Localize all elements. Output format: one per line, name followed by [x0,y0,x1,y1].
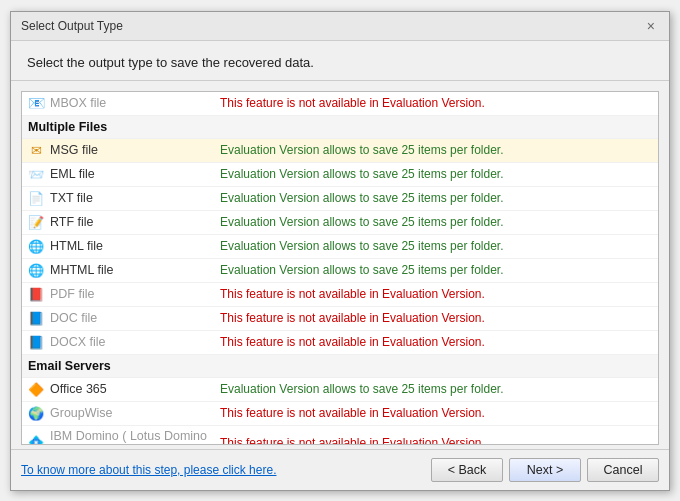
file-type-status: Evaluation Version allows to save 25 ite… [216,260,658,280]
list-item[interactable]: 🌐HTML fileEvaluation Version allows to s… [22,235,658,259]
header-text: Select the output type to save the recov… [27,55,653,70]
title-bar: Select Output Type × [11,12,669,41]
content-area: 📧MBOX fileThis feature is not available … [21,91,659,445]
rows-container: 📧MBOX fileThis feature is not available … [22,92,658,444]
scroll-container[interactable]: 📧MBOX fileThis feature is not available … [22,92,658,444]
dialog-footer: To know more about this step, please cli… [11,449,669,490]
file-type-status: Evaluation Version allows to save 25 ite… [216,236,658,256]
help-link[interactable]: To know more about this step, please cli… [21,463,276,477]
file-type-icon: 🌐 [22,239,46,254]
section-header: Multiple Files [22,116,658,139]
file-type-name: DOCX file [46,332,216,352]
file-type-name: Office 365 [46,379,216,399]
section-header: Email Servers [22,355,658,378]
list-item[interactable]: 🌐MHTML fileEvaluation Version allows to … [22,259,658,283]
file-type-icon: 🌐 [22,263,46,278]
file-type-icon: 📘 [22,335,46,350]
file-type-icon: 💠 [22,435,46,444]
file-type-status: Evaluation Version allows to save 25 ite… [216,212,658,232]
file-type-icon: 📨 [22,167,46,182]
file-type-status: This feature is not available in Evaluat… [216,332,658,352]
file-type-name: GroupWise [46,403,216,423]
file-type-icon: 📘 [22,311,46,326]
file-type-status: Evaluation Version allows to save 25 ite… [216,164,658,184]
file-type-icon: 🔶 [22,382,46,397]
list-item[interactable]: 📧MBOX fileThis feature is not available … [22,92,658,116]
footer-buttons: < Back Next > Cancel [431,458,659,482]
file-type-icon: 📝 [22,215,46,230]
section-label: Multiple Files [22,116,113,138]
file-type-name: IBM Domino ( Lotus Domino ) [46,426,216,444]
file-type-status: This feature is not available in Evaluat… [216,93,658,113]
file-type-name: TXT file [46,188,216,208]
file-type-name: MSG file [46,140,216,160]
file-type-name: PDF file [46,284,216,304]
file-type-icon: 🌍 [22,406,46,421]
list-item[interactable]: 📘DOC fileThis feature is not available i… [22,307,658,331]
section-label: Email Servers [22,355,117,377]
file-type-icon: ✉ [22,143,46,158]
file-type-icon: 📕 [22,287,46,302]
list-item[interactable]: ✉MSG fileEvaluation Version allows to sa… [22,139,658,163]
list-item[interactable]: 📨EML fileEvaluation Version allows to sa… [22,163,658,187]
cancel-button[interactable]: Cancel [587,458,659,482]
file-type-status: This feature is not available in Evaluat… [216,284,658,304]
file-type-status: Evaluation Version allows to save 25 ite… [216,140,658,160]
list-item[interactable]: 📘DOCX fileThis feature is not available … [22,331,658,355]
file-type-name: EML file [46,164,216,184]
list-item[interactable]: 📕PDF fileThis feature is not available i… [22,283,658,307]
file-type-name: DOC file [46,308,216,328]
next-button[interactable]: Next > [509,458,581,482]
back-button[interactable]: < Back [431,458,503,482]
file-type-name: MBOX file [46,93,216,113]
select-output-type-dialog: Select Output Type × Select the output t… [10,11,670,491]
dialog-header: Select the output type to save the recov… [11,41,669,81]
file-type-status: This feature is not available in Evaluat… [216,433,658,444]
file-type-status: This feature is not available in Evaluat… [216,308,658,328]
file-type-icon: 📧 [22,95,46,111]
list-item[interactable]: 📝RTF fileEvaluation Version allows to sa… [22,211,658,235]
dialog-title: Select Output Type [21,19,123,33]
dialog-body: Select the output type to save the recov… [11,41,669,490]
list-item[interactable]: 💠IBM Domino ( Lotus Domino )This feature… [22,426,658,444]
file-type-icon: 📄 [22,191,46,206]
close-button[interactable]: × [643,18,659,34]
list-item[interactable]: 🌍GroupWiseThis feature is not available … [22,402,658,426]
file-type-name: MHTML file [46,260,216,280]
list-item[interactable]: 📄TXT fileEvaluation Version allows to sa… [22,187,658,211]
list-item[interactable]: 🔶Office 365Evaluation Version allows to … [22,378,658,402]
file-type-status: Evaluation Version allows to save 25 ite… [216,188,658,208]
file-type-status: This feature is not available in Evaluat… [216,403,658,423]
file-type-status: Evaluation Version allows to save 25 ite… [216,379,658,399]
file-type-name: HTML file [46,236,216,256]
file-type-name: RTF file [46,212,216,232]
